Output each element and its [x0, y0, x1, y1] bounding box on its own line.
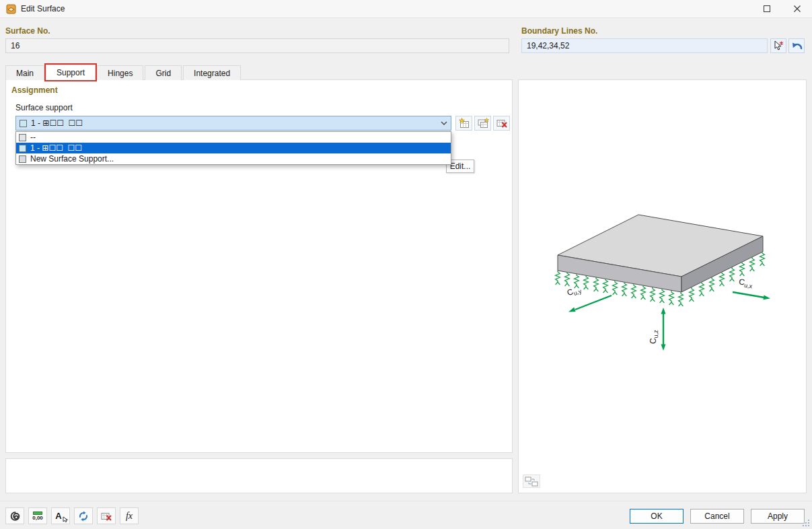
- cancel-button[interactable]: Cancel: [690, 509, 744, 524]
- support-preview-panel: Cu,y Cu,x Cu,z: [518, 79, 807, 493]
- undo-selection-button[interactable]: [788, 38, 805, 53]
- apply-button[interactable]: Apply: [751, 509, 805, 524]
- comment-panel: [5, 458, 513, 493]
- surface-support-combobox[interactable]: 1 - ⊞☐☐ ☐☐: [15, 116, 451, 131]
- ok-button[interactable]: OK: [630, 509, 684, 524]
- support-color-swatch: [20, 120, 27, 127]
- pick-arrow-icon: [773, 40, 784, 51]
- dropdown-option-support-1[interactable]: 1 - ⊞☐☐ ☐☐: [16, 143, 451, 153]
- option-swatch: [19, 134, 26, 141]
- window-controls: [751, 0, 812, 17]
- function-button[interactable]: fx: [120, 507, 139, 524]
- tab-grid[interactable]: Grid: [145, 65, 182, 80]
- tab-bar: Main Support Hinges Grid Integrated: [5, 65, 242, 80]
- tab-hinges[interactable]: Hinges: [97, 65, 143, 80]
- option-label: 1 - ⊞☐☐ ☐☐: [30, 143, 82, 153]
- function-icon: fx: [126, 511, 133, 522]
- regenerate-button[interactable]: [74, 507, 93, 524]
- tab-main[interactable]: Main: [5, 65, 44, 80]
- view-settings-button[interactable]: [523, 474, 540, 488]
- assignment-section-title: Assignment: [11, 85, 58, 95]
- new-table-star-icon: [458, 118, 470, 129]
- support-tab-panel: Assignment Surface support 1 - ⊞☐☐ ☐☐ --…: [5, 79, 513, 453]
- spiral-icon: [9, 510, 21, 522]
- option-label: --: [30, 133, 36, 142]
- slab-illustration: [519, 80, 806, 493]
- delete-table-icon: [496, 118, 508, 129]
- surface-no-label: Surface No.: [5, 26, 50, 36]
- boundary-lines-input[interactable]: 19,42,34,52: [521, 38, 768, 53]
- option-swatch: [19, 155, 26, 163]
- titlebar[interactable]: Edit Surface: [0, 0, 812, 18]
- tab-integrated[interactable]: Integrated: [183, 65, 241, 80]
- resize-grip[interactable]: [802, 519, 810, 527]
- copy-table-star-icon: [477, 118, 489, 129]
- surface-no-input[interactable]: 16: [5, 38, 509, 53]
- refresh-icon: [77, 510, 89, 522]
- window-title: Edit Surface: [21, 4, 65, 13]
- delete-support-button[interactable]: [493, 116, 510, 131]
- green-bar-icon: [33, 512, 42, 515]
- cuz-label: Cu,z: [649, 330, 659, 344]
- delete-table-icon: [100, 511, 112, 522]
- stiffness-arrows: [568, 292, 770, 351]
- dropdown-option-new-support[interactable]: New Surface Support...: [16, 153, 451, 164]
- render-settings-button[interactable]: [5, 507, 24, 524]
- boundary-lines-label: Boundary Lines No.: [521, 26, 597, 36]
- decimal-places-label: 0,00: [32, 516, 43, 521]
- cuy-arrow: [575, 295, 612, 310]
- decimal-places-button[interactable]: 0,00: [28, 507, 47, 524]
- rename-button[interactable]: A: [51, 507, 70, 524]
- undo-icon: [791, 41, 803, 50]
- dropdown-option-none[interactable]: --: [16, 132, 451, 143]
- new-support-button[interactable]: [455, 116, 472, 131]
- letter-a-icon: A: [55, 512, 65, 520]
- option-label: New Surface Support...: [30, 154, 114, 164]
- tab-support[interactable]: Support: [46, 65, 96, 80]
- footer-separator: [0, 501, 812, 501]
- maximize-icon: [764, 5, 770, 12]
- cursor-arrow-icon: [63, 516, 69, 522]
- combobox-value: 1 - ⊞☐☐ ☐☐: [31, 118, 83, 128]
- delete-object-button[interactable]: [97, 507, 116, 524]
- surface-support-dropdown: -- 1 - ⊞☐☐ ☐☐ New Surface Support...: [15, 131, 451, 165]
- select-boundary-lines-button[interactable]: [770, 38, 786, 53]
- option-swatch: [19, 145, 26, 152]
- cux-arrow: [733, 292, 764, 297]
- maximize-button[interactable]: [751, 0, 782, 17]
- sync-views-icon: [525, 477, 538, 487]
- close-icon: [794, 5, 801, 12]
- copy-support-button[interactable]: [474, 116, 491, 131]
- surface-support-label: Surface support: [15, 103, 73, 112]
- close-button[interactable]: [782, 0, 812, 17]
- app-icon: [6, 4, 16, 14]
- cux-label: Cu,x: [738, 277, 753, 289]
- chevron-down-icon: [441, 121, 447, 125]
